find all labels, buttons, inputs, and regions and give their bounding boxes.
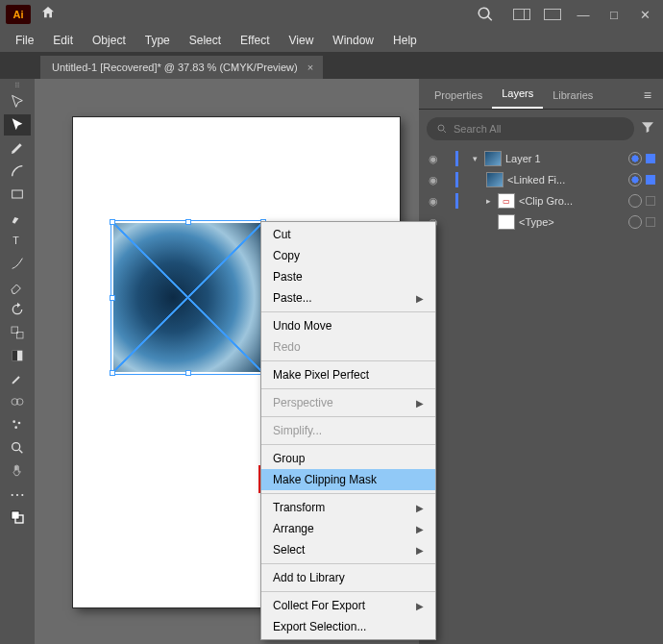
context-menu: CutCopyPastePaste...▶Undo MoveRedoMake P… xyxy=(260,221,436,640)
document-tab[interactable]: Untitled-1 [Recovered]* @ 37.83 % (CMYK/… xyxy=(40,56,323,79)
layer-row[interactable]: ◉ <Linked Fi... xyxy=(423,169,659,190)
app-icon: Ai xyxy=(6,5,31,24)
context-menu-item: Simplify... xyxy=(261,420,435,441)
menu-type[interactable]: Type xyxy=(135,30,180,51)
edit-toolbar-icon[interactable]: ⋯ xyxy=(4,483,31,505)
panel-menu-icon[interactable]: ≡ xyxy=(638,82,657,109)
context-menu-item[interactable]: Make Pixel Perfect xyxy=(261,364,435,385)
selection-indicator-icon[interactable] xyxy=(646,154,655,163)
context-menu-item[interactable]: Collect For Export▶ xyxy=(261,595,435,616)
blend-tool[interactable] xyxy=(4,391,31,412)
selection-indicator-icon[interactable] xyxy=(646,217,655,227)
document-title: Untitled-1 [Recovered]* @ 37.83 % (CMYK/… xyxy=(52,62,298,73)
curvature-tool[interactable] xyxy=(4,161,31,182)
resize-handle[interactable] xyxy=(110,370,115,376)
disclosure-icon[interactable]: ▾ xyxy=(469,154,480,163)
context-menu-item[interactable]: Group xyxy=(261,448,435,469)
eraser-tool[interactable] xyxy=(4,276,31,297)
layer-name[interactable]: <Linked Fi... xyxy=(507,174,625,186)
context-menu-item[interactable]: Paste xyxy=(261,266,435,287)
menu-separator xyxy=(261,493,435,494)
visibility-icon[interactable]: ◉ xyxy=(423,195,444,208)
context-menu-item: Redo xyxy=(261,336,435,358)
paintbrush-tool[interactable] xyxy=(4,207,31,228)
menu-edit[interactable]: Edit xyxy=(43,30,83,51)
pen-tool[interactable] xyxy=(4,137,31,159)
target-icon[interactable] xyxy=(628,194,642,208)
menu-file[interactable]: File xyxy=(6,30,43,51)
layer-row[interactable]: ◉ ▸ ▭ <Clip Gro... xyxy=(423,190,659,211)
layer-name[interactable]: Layer 1 xyxy=(505,153,625,164)
visibility-icon[interactable]: ◉ xyxy=(423,153,444,165)
svg-point-6 xyxy=(12,399,18,406)
context-menu-item[interactable]: Add to Library xyxy=(261,567,435,588)
layer-thumbnail xyxy=(498,214,515,230)
target-icon[interactable] xyxy=(628,215,642,229)
filter-icon[interactable] xyxy=(640,119,655,138)
resize-handle[interactable] xyxy=(185,370,191,376)
submenu-arrow-icon: ▶ xyxy=(416,503,424,513)
selection-indicator-icon[interactable] xyxy=(646,175,655,185)
context-menu-item[interactable]: Make Clipping Mask xyxy=(261,469,435,490)
visibility-icon[interactable]: ◉ xyxy=(423,174,444,186)
menu-help[interactable]: Help xyxy=(383,30,427,51)
menu-select[interactable]: Select xyxy=(180,30,231,51)
context-menu-item[interactable]: Arrange▶ xyxy=(261,518,435,539)
close-button[interactable]: ✕ xyxy=(636,8,653,22)
layer-thumbnail: ▭ xyxy=(498,193,515,209)
layer-name[interactable]: <Type> xyxy=(519,216,625,228)
menu-window[interactable]: Window xyxy=(323,30,383,51)
tab-layers[interactable]: Layers xyxy=(492,80,543,109)
context-menu-item[interactable]: Copy xyxy=(261,245,435,266)
resize-handle[interactable] xyxy=(110,219,115,225)
context-menu-item[interactable]: Paste...▶ xyxy=(261,287,435,309)
selection-tool[interactable] xyxy=(4,91,31,112)
rectangle-tool[interactable] xyxy=(4,184,31,205)
svg-text:T: T xyxy=(12,235,19,246)
layer-search-input[interactable]: Search All xyxy=(427,117,634,140)
selection-indicator-icon[interactable] xyxy=(646,196,655,206)
arrange-documents-icon[interactable] xyxy=(544,9,561,20)
placed-image[interactable] xyxy=(113,223,262,372)
toolbar-handle-icon[interactable]: ⠿ xyxy=(0,81,35,90)
eyedropper-tool[interactable] xyxy=(4,368,31,389)
hand-tool[interactable] xyxy=(4,460,31,482)
layer-row[interactable]: ◉ <Type> xyxy=(423,211,659,233)
target-icon[interactable] xyxy=(628,152,642,165)
tab-properties[interactable]: Properties xyxy=(425,82,492,109)
search-icon[interactable] xyxy=(477,6,494,23)
scale-tool[interactable] xyxy=(4,322,31,343)
direct-selection-tool[interactable] xyxy=(4,114,31,136)
home-icon[interactable] xyxy=(40,5,56,24)
gradient-tool[interactable] xyxy=(4,345,31,366)
layer-name[interactable]: <Clip Gro... xyxy=(519,195,625,207)
context-menu-item[interactable]: Cut xyxy=(261,224,435,245)
workspace-switcher-icon[interactable] xyxy=(513,9,530,20)
menu-effect[interactable]: Effect xyxy=(231,30,279,51)
line-segment-tool[interactable] xyxy=(4,253,31,274)
resize-handle[interactable] xyxy=(110,295,115,301)
rotate-tool[interactable] xyxy=(4,299,31,320)
context-menu-item[interactable]: Select▶ xyxy=(261,539,435,560)
resize-handle[interactable] xyxy=(185,219,191,225)
menu-view[interactable]: View xyxy=(280,30,324,51)
disclosure-icon[interactable]: ▸ xyxy=(482,196,494,206)
submenu-arrow-icon: ▶ xyxy=(416,545,424,556)
maximize-button[interactable]: □ xyxy=(605,8,623,22)
type-tool[interactable]: T xyxy=(4,230,31,251)
menu-separator xyxy=(261,416,435,417)
symbol-sprayer-tool[interactable] xyxy=(4,414,31,435)
layer-row[interactable]: ◉ ▾ Layer 1 xyxy=(423,148,659,169)
menu-separator xyxy=(261,444,435,445)
zoom-tool[interactable] xyxy=(4,437,31,458)
fill-stroke-icon[interactable] xyxy=(4,507,31,528)
context-menu-item[interactable]: Transform▶ xyxy=(261,497,435,518)
menu-object[interactable]: Object xyxy=(83,30,135,51)
tab-libraries[interactable]: Libraries xyxy=(543,82,602,109)
close-tab-icon[interactable]: × xyxy=(307,62,313,73)
context-menu-item[interactable]: Undo Move xyxy=(261,315,435,336)
minimize-button[interactable]: — xyxy=(575,8,592,22)
svg-point-11 xyxy=(12,443,20,451)
target-icon[interactable] xyxy=(628,173,642,186)
context-menu-item[interactable]: Export Selection... xyxy=(261,616,435,637)
